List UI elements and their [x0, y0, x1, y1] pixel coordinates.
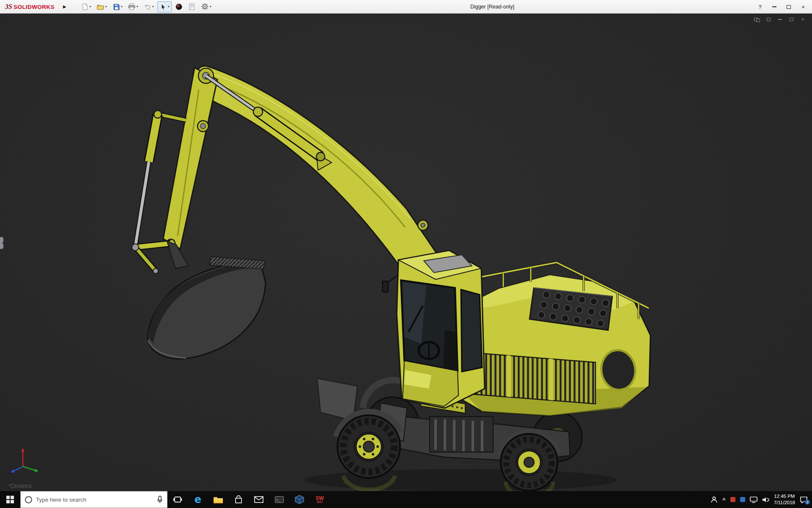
front-wheel[interactable]	[337, 415, 400, 478]
dropdown-arrow-icon: ▾	[210, 5, 211, 8]
app-window-controls: ? ×	[753, 0, 810, 14]
minimize-icon	[772, 6, 776, 7]
save-button[interactable]: ▾	[110, 1, 125, 12]
view-orientation-label: *Dimetric	[8, 483, 33, 489]
task-view-icon	[173, 496, 182, 503]
doc-restore-button[interactable]	[787, 16, 796, 23]
doc-minimize-button[interactable]	[776, 16, 784, 23]
help-button[interactable]: ?	[753, 0, 767, 13]
new-document-button[interactable]: ▾	[79, 1, 93, 12]
search-input[interactable]	[36, 497, 153, 503]
select-tool-button[interactable]: ▾	[157, 1, 172, 12]
document-title: Digger [Read-only]	[470, 0, 514, 14]
tray-red-icon	[730, 497, 735, 502]
dropdown-arrow-icon: ▾	[105, 5, 107, 8]
solidworks-app-icon: SW 2017	[315, 496, 324, 504]
print-button[interactable]: ▾	[126, 1, 140, 12]
doc-restore-icon	[790, 18, 793, 21]
clock-date: 7/11/2018	[774, 500, 795, 506]
people-icon	[710, 496, 718, 503]
options-button[interactable]: ▾	[199, 1, 214, 12]
save-floppy-icon	[112, 3, 120, 11]
maximize-button[interactable]	[782, 0, 796, 13]
excavator-boom[interactable]	[194, 66, 442, 284]
appearance-sphere-button[interactable]	[173, 1, 185, 12]
excavator-bucket[interactable]	[148, 241, 266, 359]
solidworks-wordmark: SOLIDWORKS	[14, 4, 55, 10]
close-button[interactable]: ×	[796, 0, 810, 13]
open-folder-icon	[97, 3, 104, 11]
maximize-icon	[787, 5, 791, 9]
featuremanager-flyout-tab[interactable]	[0, 237, 3, 249]
doc-minimize-icon	[778, 19, 782, 20]
speaker-icon	[762, 497, 769, 503]
design-binder-icon	[188, 3, 196, 11]
dropdown-arrow-icon: ▾	[121, 5, 123, 8]
rear-wheel[interactable]	[501, 434, 557, 491]
appearance-sphere-icon	[175, 3, 183, 11]
graphics-viewport[interactable]: × *Dimetric	[0, 14, 812, 491]
cortana-icon	[25, 496, 32, 503]
cascade-window-icon	[756, 19, 760, 22]
tray-blue-icon	[740, 497, 745, 502]
volume-button[interactable]	[762, 497, 769, 503]
dropdown-arrow-icon: ▾	[152, 5, 154, 8]
expand-arrow-icon: ▶	[63, 4, 66, 9]
doc-window-cascade-button[interactable]	[753, 16, 761, 23]
file-explorer-icon	[213, 496, 223, 504]
app-titlebar: 3S SOLIDWORKS ▶ ▾ ▾ ▾ ▾	[0, 0, 812, 14]
command-prompt-icon: >_	[275, 496, 284, 503]
command-prompt-button[interactable]: >_	[269, 491, 289, 508]
windows-logo-icon	[6, 496, 14, 503]
undo-arrow-icon	[144, 3, 151, 11]
dropdown-arrow-icon: ▾	[137, 5, 138, 8]
excavator-cab[interactable]	[382, 251, 485, 408]
chevron-up-icon: ^	[722, 497, 726, 503]
doc-window-new-button[interactable]	[764, 16, 773, 23]
dropdown-arrow-icon: ▾	[168, 5, 170, 8]
solidworks-taskbar-button[interactable]: SW 2017	[310, 491, 330, 508]
store-bag-icon	[234, 495, 243, 504]
orientation-triad-icon	[10, 445, 41, 473]
windows-taskbar: e >_ SW 2017 ^ 12:45 PM	[0, 491, 812, 508]
gear-icon	[201, 3, 209, 11]
dassault-3ds-logo-icon: 3S	[5, 3, 12, 11]
start-button[interactable]	[0, 491, 20, 508]
network-icon	[750, 497, 757, 503]
people-button[interactable]	[710, 496, 718, 503]
mail-envelope-icon	[254, 496, 263, 503]
mail-button[interactable]	[249, 491, 269, 508]
excavator-3d-model[interactable]	[0, 14, 812, 491]
document-window-controls: ×	[753, 16, 807, 23]
taskbar-clock[interactable]: 12:45 PM 7/11/2018	[774, 493, 795, 506]
network-button[interactable]	[750, 497, 757, 503]
menu-expand-arrow[interactable]: ▶	[63, 4, 66, 9]
minimize-button[interactable]	[767, 0, 782, 13]
tray-app-red-button[interactable]	[730, 497, 735, 502]
edge-icon: e	[195, 494, 201, 505]
design-binder-button[interactable]	[186, 1, 198, 12]
tray-app-blue-button[interactable]	[740, 497, 745, 502]
open-document-button[interactable]: ▾	[95, 1, 109, 12]
notification-badge: 2	[805, 500, 810, 505]
taskbar-search-box[interactable]	[20, 491, 167, 508]
new-window-icon	[767, 18, 771, 21]
solidworks-logo: 3S SOLIDWORKS	[5, 3, 55, 11]
doc-close-button[interactable]: ×	[798, 16, 807, 23]
edrawings-button[interactable]	[289, 491, 310, 508]
quick-access-toolbar: ▾ ▾ ▾ ▾ ▾	[79, 1, 214, 12]
new-document-icon	[81, 3, 89, 11]
printer-icon	[128, 3, 136, 11]
select-cursor-icon	[159, 3, 167, 11]
excavator-stick[interactable]	[163, 68, 217, 249]
system-tray: ^ 12:45 PM 7/11/2018 2	[710, 493, 812, 506]
store-button[interactable]	[228, 491, 249, 508]
show-hidden-icons-button[interactable]: ^	[722, 497, 726, 503]
action-center-button[interactable]: 2	[800, 496, 808, 503]
undo-button[interactable]: ▾	[142, 1, 156, 12]
cad-cube-icon	[295, 495, 304, 504]
clock-time: 12:45 PM	[774, 493, 795, 500]
file-explorer-button[interactable]	[208, 491, 228, 508]
edge-browser-button[interactable]: e	[188, 491, 208, 508]
task-view-button[interactable]	[167, 491, 188, 508]
